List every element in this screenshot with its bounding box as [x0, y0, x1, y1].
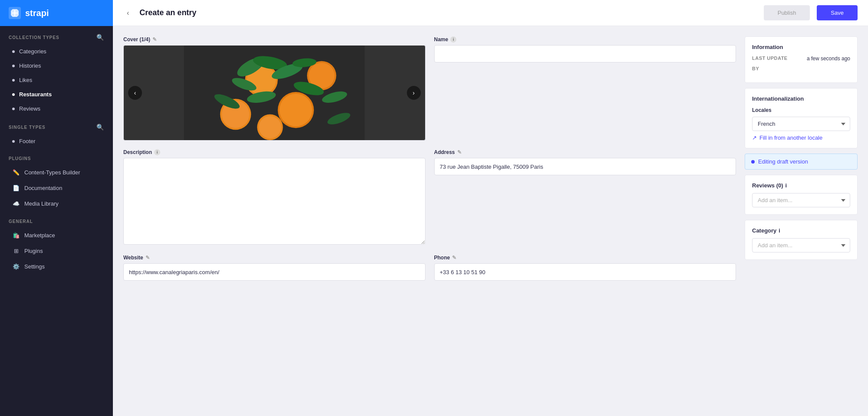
- internationalization-card: Internationalization Locales French Engl…: [745, 88, 858, 148]
- reviews-card: Reviews (0) i Add an item...: [745, 175, 858, 215]
- fill-locale-button[interactable]: ↗ Fill in from another locale: [752, 131, 822, 141]
- sidebar-item-content-types-builder[interactable]: ✏️ Content-Types Builder: [0, 164, 113, 180]
- sidebar-item-histories[interactable]: Histories: [0, 59, 113, 73]
- svg-point-11: [259, 116, 281, 139]
- topbar: ‹ Create an entry Publish Save: [113, 0, 868, 26]
- form-row-cover-name: Cover (1/4) ✎: [123, 36, 736, 141]
- sidebar-item-footer[interactable]: Footer: [0, 134, 113, 148]
- grid-icon: ⊞: [12, 247, 20, 255]
- svg-point-5: [280, 94, 312, 126]
- name-info-icon[interactable]: i: [450, 36, 456, 43]
- sidebar-item-categories[interactable]: Categories: [0, 44, 113, 59]
- reviews-info-icon[interactable]: i: [785, 182, 787, 189]
- plugins-label: Plugins: [0, 148, 113, 164]
- category-info-icon[interactable]: i: [779, 227, 780, 234]
- cover-edit-icon[interactable]: ✎: [152, 36, 157, 43]
- single-types-search-icon[interactable]: 🔍: [96, 124, 104, 131]
- phone-field: Phone ✎ document.querySelector('[data-na…: [434, 255, 736, 281]
- address-input[interactable]: [434, 158, 736, 175]
- website-input[interactable]: [123, 263, 426, 281]
- sidebar-logo[interactable]: strapi: [0, 0, 113, 26]
- cover-label: Cover (1/4) ✎: [123, 36, 426, 43]
- category-label: Category i: [752, 227, 850, 234]
- dot-icon: [12, 140, 15, 143]
- page-title: Create an entry: [139, 8, 756, 17]
- brand-name: strapi: [25, 8, 49, 18]
- gear-icon: ⚙️: [12, 262, 20, 270]
- sidebar-item-restaurants[interactable]: Restaurants: [0, 87, 113, 102]
- form-main: Cover (1/4) ✎: [123, 36, 736, 406]
- carousel-next-button[interactable]: ›: [407, 86, 421, 100]
- reviews-add-item-select[interactable]: Add an item...: [752, 193, 850, 207]
- bag-icon: 🛍️: [12, 231, 20, 239]
- collection-types-search-icon[interactable]: 🔍: [96, 34, 104, 41]
- save-button[interactable]: Save: [817, 5, 858, 20]
- internationalization-title: Internationalization: [752, 95, 850, 102]
- form-row-website-phone: Website ✎ document.querySelector('[data-…: [123, 255, 736, 281]
- single-types-label: Single Types 🔍: [0, 116, 113, 134]
- sidebar-section-single-types: Single Types 🔍 Footer: [0, 116, 113, 148]
- name-input[interactable]: [434, 45, 736, 62]
- sidebar-item-reviews[interactable]: Reviews: [0, 102, 113, 116]
- description-info-icon[interactable]: i: [154, 149, 160, 155]
- form-row-desc-addr: Description i Address ✎ document.querySe…: [123, 149, 736, 246]
- website-label: Website ✎: [123, 255, 426, 261]
- carousel-prev-button[interactable]: ‹: [128, 86, 142, 100]
- phone-label: Phone ✎: [434, 255, 736, 261]
- sidebar-item-settings[interactable]: ⚙️ Settings: [0, 259, 113, 274]
- address-label: Address ✎: [434, 149, 736, 155]
- sidebar-item-marketplace[interactable]: 🛍️ Marketplace: [0, 227, 113, 243]
- locales-label: Locales: [752, 107, 850, 113]
- phone-input[interactable]: [434, 263, 736, 281]
- dot-icon: [12, 79, 15, 82]
- draft-dot-icon: [751, 160, 755, 164]
- general-label: General: [0, 211, 113, 227]
- description-textarea[interactable]: [123, 158, 426, 245]
- dot-icon: [12, 50, 15, 53]
- description-label: Description i: [123, 149, 426, 155]
- cloud-icon: ☁️: [12, 200, 20, 207]
- website-edit-icon[interactable]: ✎: [145, 255, 150, 261]
- dot-icon: [12, 93, 15, 96]
- address-edit-icon[interactable]: ✎: [457, 149, 462, 155]
- category-add-item-select[interactable]: Add an item...: [752, 238, 850, 252]
- sidebar-section-collection-types: Collection Types 🔍 Categories Histories …: [0, 26, 113, 116]
- reviews-label: Reviews (0) i: [752, 182, 850, 189]
- content-area: Cover (1/4) ✎: [113, 26, 868, 416]
- draft-label: Editing draft version: [758, 158, 808, 165]
- last-update-row: LAST UPDATE a few seconds ago: [752, 56, 850, 62]
- cover-image: [124, 46, 425, 140]
- sidebar-item-media-library[interactable]: ☁️ Media Library: [0, 196, 113, 211]
- sidebar-item-likes[interactable]: Likes: [0, 73, 113, 87]
- by-row: BY: [752, 66, 850, 71]
- last-update-label: LAST UPDATE: [752, 56, 788, 62]
- cover-carousel: ‹ ›: [123, 45, 426, 141]
- website-field: Website ✎ document.querySelector('[data-…: [123, 255, 426, 281]
- name-field: Name i: [434, 36, 736, 141]
- dot-icon: [12, 65, 15, 67]
- sidebar-section-plugins: Plugins ✏️ Content-Types Builder 📄 Docum…: [0, 148, 113, 211]
- address-field: Address ✎ document.querySelector('[data-…: [434, 149, 736, 246]
- sidebar: strapi Collection Types 🔍 Categories His…: [0, 0, 113, 416]
- last-update-value: a few seconds ago: [807, 56, 850, 62]
- right-panel: Information LAST UPDATE a few seconds ag…: [745, 36, 858, 406]
- by-label: BY: [752, 66, 759, 71]
- dot-icon: [12, 108, 15, 110]
- book-icon: 📄: [12, 184, 20, 192]
- collection-types-label: Collection Types 🔍: [0, 26, 113, 44]
- sidebar-item-plugins[interactable]: ⊞ Plugins: [0, 243, 113, 259]
- pencil-icon: ✏️: [12, 168, 20, 176]
- sidebar-item-documentation[interactable]: 📄 Documentation: [0, 180, 113, 196]
- information-card: Information LAST UPDATE a few seconds ag…: [745, 36, 858, 83]
- information-title: Information: [752, 44, 850, 50]
- description-field: Description i: [123, 149, 426, 246]
- locale-select[interactable]: French English Spanish: [752, 117, 850, 131]
- name-label: Name i: [434, 36, 736, 43]
- fill-locale-icon: ↗: [752, 134, 757, 141]
- strapi-logo-icon: [9, 7, 21, 19]
- main-area: ‹ Create an entry Publish Save Cover (1/…: [113, 0, 868, 416]
- sidebar-section-general: General 🛍️ Marketplace ⊞ Plugins ⚙️ Sett…: [0, 211, 113, 274]
- publish-button[interactable]: Publish: [764, 5, 810, 20]
- back-button[interactable]: ‹: [123, 7, 132, 19]
- phone-edit-icon[interactable]: ✎: [452, 255, 456, 261]
